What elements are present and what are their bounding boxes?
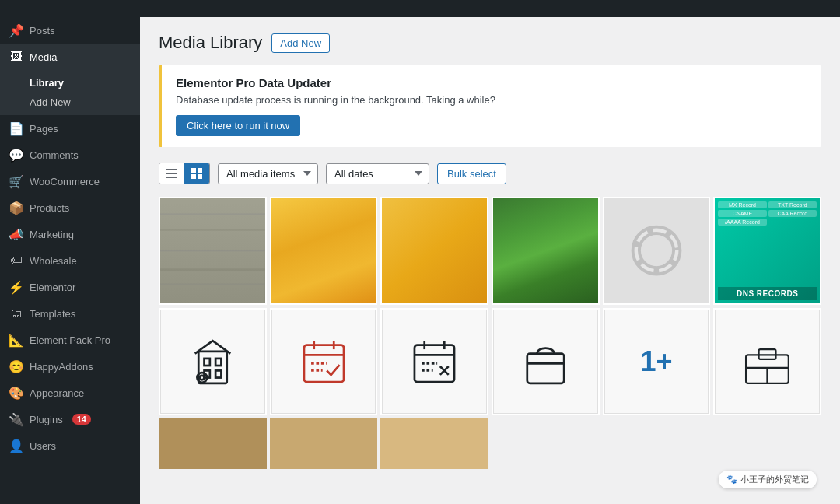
partial-item[interactable] [380, 418, 488, 469]
media-item[interactable]: MX Record TXT Record CNAME CAA Record /A… [713, 197, 821, 305]
sidebar-item-elementor[interactable]: ⚡ Elementor [0, 274, 140, 300]
media-item[interactable] [159, 308, 267, 416]
svg-rect-0 [166, 169, 177, 170]
media-item[interactable] [492, 308, 600, 416]
sidebar-item-pages[interactable]: 📄 Pages [0, 115, 140, 142]
media-item[interactable] [603, 197, 711, 305]
media-item[interactable] [270, 308, 378, 416]
number-item: 1+ [604, 310, 709, 415]
sidebar-item-plugins[interactable]: 🔌 Plugins 14 [0, 406, 140, 432]
media-partial-row [159, 418, 821, 469]
media-item[interactable]: 1+ [603, 308, 711, 416]
metal-ring-svg [629, 223, 684, 278]
admin-top-bar [0, 0, 840, 17]
sidebar-label-posts: Posts [30, 25, 55, 37]
notice-title: Elementor Pro Data Updater [176, 76, 807, 89]
calendar-check-icon-item [271, 310, 376, 415]
dns-title: DNS RECORDS [718, 287, 817, 300]
media-item[interactable] [380, 197, 488, 305]
list-view-button[interactable] [159, 163, 184, 184]
svg-rect-3 [191, 168, 196, 173]
watermark-text: 小王子的外贸笔记 [740, 474, 809, 485]
svg-rect-13 [160, 198, 265, 303]
media-item[interactable] [713, 308, 821, 416]
sidebar-sub-library[interactable]: Library [30, 73, 140, 93]
sidebar-item-products[interactable]: 📦 Products [0, 194, 140, 221]
templates-icon: 🗂 [9, 306, 23, 320]
bulk-select-button[interactable]: Bulk select [437, 163, 506, 184]
notice-run-button[interactable]: Click here to run it now [176, 115, 300, 136]
sidebar-label-wholesale: Wholesale [30, 255, 77, 267]
sidebar-item-appearance[interactable]: 🎨 Appearance [0, 380, 140, 406]
media-item[interactable] [380, 308, 488, 416]
main-content: Media Library Add New Elementor Pro Data… [140, 17, 840, 504]
woocommerce-icon: 🛒 [9, 174, 23, 188]
sidebar-item-woocommerce[interactable]: 🛒 WooCommerce [0, 168, 140, 194]
svg-rect-2 [166, 177, 177, 178]
svg-point-22 [200, 375, 204, 379]
sidebar-item-wholesale[interactable]: 🏷 Wholesale [0, 247, 140, 274]
marketing-icon: 📣 [9, 227, 23, 241]
sidebar-item-element-pack-pro[interactable]: 📐 Element Pack Pro [0, 327, 140, 353]
photo-wood [160, 198, 265, 303]
appearance-icon: 🎨 [9, 386, 23, 400]
svg-rect-6 [198, 174, 202, 179]
grid-view-button[interactable] [184, 163, 209, 184]
building-svg [184, 334, 241, 390]
add-new-button[interactable]: Add New [271, 33, 330, 53]
sidebar-item-comments[interactable]: 💬 Comments [0, 142, 140, 168]
view-toggle [159, 163, 210, 184]
svg-rect-5 [191, 174, 196, 179]
media-item[interactable] [159, 197, 267, 305]
date-filter-select[interactable]: All dates January 2024 December 2023 [326, 163, 429, 184]
watermark: 🐾 小王子的外贸笔记 [719, 471, 817, 488]
wholesale-icon: 🏷 [9, 254, 23, 268]
sidebar-label-appearance: Appearance [30, 387, 84, 399]
sidebar-sub-add-new[interactable]: Add New [30, 93, 140, 112]
number-display: 1+ [640, 345, 672, 378]
elementor-icon: ⚡ [9, 280, 23, 294]
sidebar-item-posts[interactable]: 📌 Posts [0, 17, 140, 44]
users-icon: 👤 [9, 439, 23, 453]
box-svg [739, 334, 796, 390]
bag-svg [517, 334, 574, 390]
comments-icon: 💬 [9, 148, 23, 162]
dns-tag: CAA Record [768, 210, 817, 217]
svg-point-15 [636, 230, 677, 271]
sidebar-item-marketing[interactable]: 📣 Marketing [0, 221, 140, 247]
grid-view-icon [191, 167, 203, 180]
partial-item[interactable] [159, 418, 267, 469]
photo-yellow2 [382, 198, 487, 303]
dns-tag: TXT Record [768, 201, 817, 208]
main-layout: 📌 Posts 🖼 Media Library Add New 📄 Pages … [0, 17, 840, 504]
calendar-x-svg [406, 334, 463, 390]
svg-rect-37 [527, 353, 564, 383]
plugins-badge: 14 [72, 414, 91, 425]
sidebar: 📌 Posts 🖼 Media Library Add New 📄 Pages … [0, 17, 140, 504]
sidebar-item-users[interactable]: 👤 Users [0, 432, 140, 459]
sidebar-media-sub: Library Add New [0, 70, 140, 115]
sidebar-label-plugins: Plugins [30, 414, 63, 425]
media-icon: 🖼 [9, 50, 23, 64]
bag-icon-item [493, 310, 598, 415]
notice-description: Database update process is running in th… [176, 94, 807, 106]
svg-rect-4 [198, 168, 202, 173]
sidebar-label-elementor: Elementor [30, 282, 75, 293]
dns-tag: CNAME [718, 210, 766, 217]
sidebar-label-marketing: Marketing [30, 229, 74, 240]
media-filter-select[interactable]: All media items Images Audio Video Docum… [218, 163, 318, 184]
plugins-icon: 🔌 [9, 412, 23, 426]
partial-item[interactable] [270, 418, 378, 469]
sidebar-item-happyaddons[interactable]: 😊 HappyAddons [0, 353, 140, 380]
media-item[interactable] [492, 197, 600, 305]
media-item[interactable] [270, 197, 378, 305]
sidebar-label-element-pack-pro: Element Pack Pro [30, 334, 110, 346]
calendar-check-svg [296, 334, 352, 390]
photo-metal [604, 198, 709, 303]
sidebar-label-users: Users [30, 440, 56, 452]
svg-rect-17 [204, 358, 209, 365]
sidebar-item-templates[interactable]: 🗂 Templates [0, 300, 140, 327]
svg-rect-1 [166, 173, 177, 174]
dns-tags: MX Record TXT Record CNAME CAA Record /A… [718, 201, 817, 226]
sidebar-item-media[interactable]: 🖼 Media [0, 44, 140, 70]
